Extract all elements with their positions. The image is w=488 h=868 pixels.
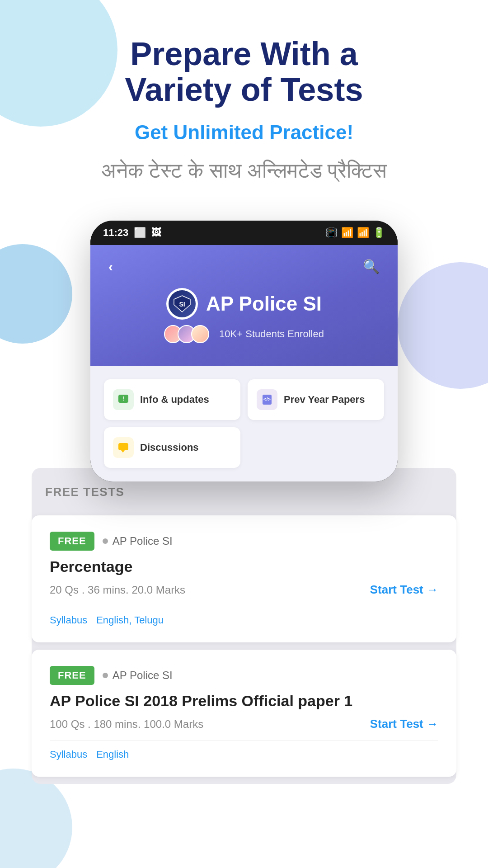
back-button[interactable]: ‹ [108, 259, 113, 274]
subtitle: Get Unlimited Practice! [27, 121, 461, 144]
test-card-2: FREE AP Police SI AP Police SI 2018 Prel… [32, 650, 456, 777]
free-tests-label: FREE TESTS [45, 485, 124, 499]
phone-mockup: 11:23 ⬜ 🖼 📳 📶 📶 🔋 ‹ 🔍 [90, 221, 398, 481]
tag-dot-2 [103, 673, 108, 678]
menu-grid-bottom: Discussions [104, 427, 384, 468]
tag-dot-1 [103, 538, 108, 544]
police-shield-icon: SI [173, 295, 191, 313]
test-card-1: FREE AP Police SI Percentage 20 Qs . 36 … [32, 515, 456, 642]
menu-card-discussions[interactable]: Discussions [104, 427, 240, 468]
test-2-tag-syllabus[interactable]: Syllabus [50, 749, 87, 760]
status-icon-camera: ⬜ [134, 227, 146, 239]
prev-year-papers-icon: </> [257, 389, 277, 410]
discussions-icon [113, 437, 134, 458]
status-vibrate-icon: 📳 [325, 227, 338, 239]
svg-rect-6 [118, 443, 128, 450]
phone-nav-bar: ‹ 🔍 [108, 259, 380, 274]
phone-wrapper: 11:23 ⬜ 🖼 📳 📶 📶 🔋 ‹ 🔍 [86, 221, 402, 481]
menu-grid-top: ! Info & updates </> [104, 379, 384, 420]
test-2-tag-lang[interactable]: English [96, 749, 129, 760]
status-bar-right: 📳 📶 📶 🔋 [325, 227, 385, 239]
status-battery-icon: 🔋 [373, 227, 385, 239]
test-1-start-button[interactable]: Start Test → [370, 583, 438, 597]
avatar-3 [191, 325, 209, 343]
phone-and-cards-container: 11:23 ⬜ 🖼 📳 📶 📶 🔋 ‹ 🔍 [0, 203, 488, 784]
test-1-divider [50, 606, 438, 606]
test-card-2-top: FREE AP Police SI [50, 666, 438, 685]
test-1-tag-syllabus[interactable]: Syllabus [50, 614, 87, 626]
header-section: Prepare With a Variety of Tests Get Unli… [0, 0, 488, 203]
info-updates-icon: ! [113, 389, 134, 410]
exam-name: AP Police SI [206, 292, 322, 315]
free-tests-area: FREE TESTS FREE AP Police SI Percentage … [32, 468, 456, 784]
test-1-meta: 20 Qs . 36 mins. 20.0 Marks [50, 584, 185, 596]
status-bar-left: 11:23 ⬜ 🖼 [103, 227, 161, 239]
test-1-meta-row: 20 Qs . 36 mins. 20.0 Marks Start Test → [50, 583, 438, 597]
status-icon-image: 🖼 [151, 227, 161, 239]
menu-card-prev-year[interactable]: </> Prev Year Papers [248, 379, 384, 420]
exam-badge-inner: SI [169, 290, 196, 317]
svg-text:SI: SI [179, 301, 185, 308]
svg-marker-7 [121, 450, 125, 453]
test-2-meta-row: 100 Qs . 180 mins. 100.0 Marks Start Tes… [50, 717, 438, 731]
test-2-meta: 100 Qs . 180 mins. 100.0 Marks [50, 718, 203, 731]
svg-text:</>: </> [263, 396, 271, 402]
test-2-divider [50, 740, 438, 741]
status-signal-icon: 📶 [357, 227, 369, 239]
status-time: 11:23 [103, 227, 128, 239]
enrolled-row: 10K+ Students Enrolled [164, 325, 324, 343]
student-avatars [164, 325, 205, 343]
exam-icon-row: SI AP Police SI [166, 288, 322, 320]
phone-status-bar: 11:23 ⬜ 🖼 📳 📶 📶 🔋 [90, 221, 398, 245]
menu-label-prev-year: Prev Year Papers [284, 394, 365, 406]
svg-text:!: ! [122, 396, 124, 402]
exam-profile: SI AP Police SI [108, 288, 380, 343]
test-card-1-top: FREE AP Police SI [50, 532, 438, 551]
search-icon[interactable]: 🔍 [363, 259, 380, 274]
test-2-tag: AP Police SI [113, 669, 173, 682]
test-1-tags-row: Syllabus English, Telugu [50, 614, 438, 626]
test-2-tag-row: AP Police SI [103, 669, 173, 682]
exam-badge: SI [166, 288, 198, 320]
test-2-title: AP Police SI 2018 Prelims Official paper… [50, 692, 438, 710]
test-2-free-badge: FREE [50, 666, 94, 685]
phone-menu: ! Info & updates </> [90, 366, 398, 481]
phone-app-header: ‹ 🔍 SI [90, 245, 398, 366]
hindi-text: अनेक टेस्ट के साथ अन्लिमटेड प्रैक्टिस [27, 157, 461, 184]
menu-label-discussions: Discussions [140, 442, 199, 453]
test-1-tag-row: AP Police SI [103, 535, 173, 547]
test-1-tag: AP Police SI [113, 535, 173, 547]
test-1-tag-lang[interactable]: English, Telugu [96, 614, 164, 626]
test-1-title: Percentage [50, 558, 438, 576]
test-2-start-button[interactable]: Start Test → [370, 717, 438, 731]
main-title: Prepare With a Variety of Tests [27, 36, 461, 108]
test-1-free-badge: FREE [50, 532, 94, 551]
menu-card-info[interactable]: ! Info & updates [104, 379, 240, 420]
menu-label-info: Info & updates [140, 394, 209, 406]
enrolled-text: 10K+ Students Enrolled [219, 328, 324, 340]
test-2-tags-row: Syllabus English [50, 749, 438, 760]
status-wifi-icon: 📶 [341, 227, 353, 239]
